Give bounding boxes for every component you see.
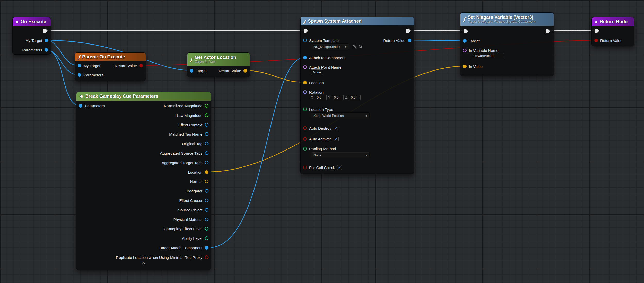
attach-point-name-pin[interactable]	[303, 65, 307, 69]
rotation-pin[interactable]	[303, 90, 307, 94]
wire-spawnreturn-niagaratarget	[410, 40, 465, 41]
attach-to-component-pin[interactable]	[303, 56, 307, 59]
exec-in-pin[interactable]	[464, 29, 468, 33]
normalized-magnitude-pin[interactable]	[205, 104, 208, 108]
location-type-dropdown[interactable]: Keep World Position ▾	[311, 112, 370, 119]
location-pin[interactable]	[303, 81, 307, 84]
my-target-pin[interactable]	[78, 64, 81, 67]
node-title: Set Niagara Variable (Vector3)	[468, 15, 535, 20]
exec-out-pin[interactable]	[406, 29, 411, 33]
auto-destroy-pin[interactable]	[303, 126, 307, 130]
node-header[interactable]: ◆ On Execute	[13, 17, 51, 26]
rotation-y-field[interactable]: 0.0	[332, 95, 344, 100]
use-selected-asset-icon[interactable]	[352, 45, 357, 49]
matched-tag-name-pin[interactable]	[205, 132, 208, 136]
return-value-pin[interactable]	[139, 64, 143, 67]
attach-point-name-field[interactable]: None	[311, 69, 323, 75]
pin-label: Pre Cull Check	[309, 165, 335, 170]
effect-context-pin[interactable]	[205, 123, 208, 127]
exec-out-pin[interactable]	[43, 29, 48, 33]
location-pin[interactable]	[205, 170, 208, 174]
target-pin[interactable]	[190, 69, 193, 73]
auto-destroy-checkbox[interactable]: ✓	[334, 126, 338, 130]
node-header[interactable]: ◆ Return Node	[592, 17, 634, 26]
node-parent-on-execute[interactable]: ƒ Parent: On Execute My Target Parameter…	[75, 52, 146, 81]
pre-cull-check-checkbox[interactable]: ✓	[337, 165, 342, 170]
location-type-pin[interactable]	[303, 108, 307, 111]
node-on-execute[interactable]: ◆ On Execute My Target Parameters	[12, 17, 51, 55]
ability-level-pin[interactable]	[205, 236, 208, 240]
function-icon: ƒ	[304, 19, 306, 24]
pin-label: Normal	[190, 179, 202, 184]
node-get-actor-location[interactable]: ƒ Get Actor Location Target is Actor Tar…	[187, 52, 250, 77]
rotation-x-field[interactable]: 0.0	[315, 95, 327, 100]
pin-label: Parameters	[85, 104, 105, 108]
pin-label: Target Attach Component	[159, 246, 202, 250]
node-header[interactable]: Ψ Break Gameplay Cue Parameters	[76, 92, 211, 101]
replicate-location-pin[interactable]	[205, 255, 208, 259]
pin-row: Target	[463, 38, 480, 43]
raw-magnitude-pin[interactable]	[205, 113, 208, 117]
pin-label: Target	[196, 69, 207, 73]
auto-activate-pin[interactable]	[303, 137, 307, 141]
exec-out-pin[interactable]	[546, 29, 550, 33]
node-subtitle: Target is Niagara Particle System Compon…	[468, 20, 535, 24]
chevron-down-icon: ▾	[345, 45, 346, 49]
system-template-dropdown[interactable]: NS_DodgeShado ▾	[311, 43, 349, 50]
node-header[interactable]: ƒ Set Niagara Variable (Vector3) Target …	[460, 13, 554, 26]
aggregated-target-tags-pin[interactable]	[205, 161, 208, 164]
pin-label: Original Tag	[182, 142, 202, 146]
pre-cull-check-pin[interactable]	[303, 166, 307, 169]
pin-label: Pooling Method	[309, 147, 336, 151]
pin-row: Parameters	[22, 47, 48, 52]
pin-row: Aggregated Source Tags	[160, 151, 208, 156]
blueprint-graph-canvas[interactable]: ◆ On Execute My Target Parameters ƒ Pare…	[0, 0, 644, 283]
pooling-method-dropdown[interactable]: None ▾	[311, 152, 370, 158]
return-value-pin[interactable]	[594, 39, 598, 42]
function-icon: ƒ	[463, 17, 465, 22]
target-attach-component-pin[interactable]	[205, 246, 208, 250]
browse-asset-icon[interactable]	[359, 45, 363, 49]
in-variable-name-pin[interactable]	[463, 49, 467, 52]
pooling-method-pin[interactable]	[303, 147, 307, 151]
node-break-gameplay-cue-parameters[interactable]: Ψ Break Gameplay Cue Parameters Paramete…	[76, 92, 211, 270]
pin-row: Aggregated Target Tags	[162, 160, 208, 165]
exec-in-pin[interactable]	[304, 29, 308, 33]
my-target-pin[interactable]	[45, 39, 48, 42]
system-template-pin[interactable]	[303, 39, 307, 42]
parameters-pin[interactable]	[78, 73, 81, 77]
return-value-pin[interactable]	[408, 39, 411, 42]
rotation-inputs: X 0.0 Y 0.0 Z 0.0	[311, 95, 361, 100]
event-icon: ◆	[595, 20, 597, 24]
node-spawn-system-attached[interactable]: ƒ Spawn System Attached System Template …	[300, 17, 414, 174]
node-return-node[interactable]: ◆ Return Node Return Value	[591, 17, 634, 46]
effect-causer-pin[interactable]	[205, 199, 208, 202]
function-icon: ƒ	[190, 57, 192, 62]
gameplay-effect-level-pin[interactable]	[205, 227, 208, 231]
node-header[interactable]: ƒ Parent: On Execute	[75, 53, 146, 61]
function-icon: ƒ	[78, 55, 80, 60]
instigator-pin[interactable]	[205, 189, 208, 193]
source-object-pin[interactable]	[205, 208, 208, 212]
physical-material-pin[interactable]	[205, 218, 208, 221]
node-header[interactable]: ƒ Get Actor Location Target is Actor	[187, 53, 250, 66]
exec-in-pin[interactable]	[595, 29, 599, 33]
pin-label: Return Value	[115, 64, 137, 68]
auto-activate-checkbox[interactable]: ✓	[334, 137, 339, 141]
collapse-chevron-icon[interactable]: ^	[76, 261, 211, 266]
original-tag-pin[interactable]	[205, 142, 208, 145]
parameters-pin[interactable]	[45, 48, 48, 52]
normal-pin[interactable]	[205, 180, 208, 183]
node-title: Parent: On Execute	[82, 54, 125, 60]
aggregated-source-tags-pin[interactable]	[205, 151, 208, 155]
pin-row: Location	[303, 80, 324, 85]
in-variable-name-field[interactable]: ForwardVector	[471, 53, 504, 58]
target-pin[interactable]	[463, 39, 467, 43]
return-value-pin[interactable]	[243, 69, 247, 73]
rotation-z-field[interactable]: 0.0	[349, 95, 361, 100]
pin-row: Physical Material	[173, 217, 208, 222]
node-header[interactable]: ƒ Spawn System Attached	[301, 17, 414, 25]
in-value-pin[interactable]	[463, 65, 467, 68]
node-set-niagara-variable[interactable]: ƒ Set Niagara Variable (Vector3) Target …	[460, 12, 554, 76]
parameters-pin[interactable]	[79, 104, 82, 108]
